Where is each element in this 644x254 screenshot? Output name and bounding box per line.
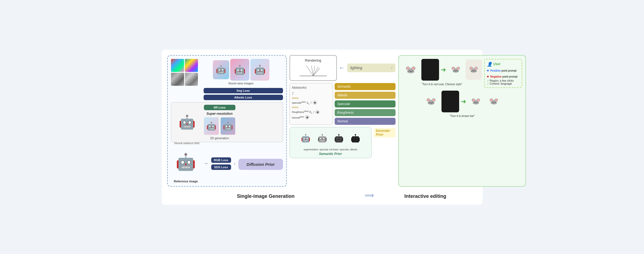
semantic-tag: Semantic <box>335 83 396 90</box>
middle-panel: Rendering ← lighting ⤴ <box>290 55 396 187</box>
rendering-diagram-svg <box>293 64 334 78</box>
ref-img-4 <box>185 73 198 86</box>
red-dot: ● <box>487 74 489 78</box>
reference-label: Reference image <box>174 180 198 183</box>
normal-base-row: Normalbase ⊕ <box>292 115 331 119</box>
plus-roughness: ⊕ <box>316 110 319 114</box>
prior-section: 🤖 🤖 🤖 🤖 segmentation specular init-base … <box>290 127 396 158</box>
plus-normal: ⊕ <box>305 115 309 119</box>
left-panel: 🤖 🤖 🤖 Novel-view images Seg Loss Albedo … <box>167 55 287 187</box>
prior-robot-4: 🤖 <box>348 129 363 147</box>
silhouette-1 <box>421 59 439 81</box>
editing-top: 🐭 ➜ 🐭 🐭 "Turn it to red coat, Chinese st… <box>402 59 522 88</box>
derender-col: Derender Prior <box>374 127 396 137</box>
single-image-title: Single-image Generation <box>167 193 365 199</box>
ref-img-1 <box>171 59 184 72</box>
sds-loss-button[interactable]: SDS Loss <box>211 164 231 170</box>
user-box: 👤 User ● Positive point prompt ● Negativ… <box>484 59 522 88</box>
novel-robot-2: 🤖 <box>230 59 249 81</box>
albedo-loss-button[interactable]: Albedo Loss <box>204 95 283 100</box>
spec-caption: specular <box>340 148 349 151</box>
edit-char-3: 🐭 <box>466 59 482 80</box>
edit-char-5: 🐭 <box>468 91 484 112</box>
novel-view-label: Novel-view images <box>228 82 253 85</box>
green-arrow-1: ➜ <box>441 66 446 74</box>
derender-prior-label: Derender Prior <box>374 128 396 137</box>
neural-robot: 🤖 <box>173 106 201 138</box>
green-arrow-2: ➜ <box>461 98 466 105</box>
plus-specular: ⊕ <box>313 101 317 104</box>
single-image-title-col: Single-image Generation <box>167 193 365 199</box>
point-prompt-label: point prompt <box>502 69 517 72</box>
networks-left: Networks ⤴ Query Specularbase Ss ⤴ ⊕ Que… <box>290 83 333 125</box>
gen-robot-2: 🤖 <box>220 117 235 135</box>
prior-robot-2: 🤖 <box>315 129 330 147</box>
seg-loss-button[interactable]: Seg Loss <box>204 88 283 93</box>
edit-char-1: 🐭 <box>402 59 420 81</box>
share-specular: ⤴ <box>310 101 312 104</box>
point-prompts: ● Positive point prompt <box>487 68 519 73</box>
bottom-edit-sequence-col: 🐭 ➜ 🐭 🐭 "Turn it to brown hat" <box>402 91 522 118</box>
novel-robot-1: 🤖 <box>213 60 229 79</box>
novel-robot-3: 🤖 <box>250 59 269 81</box>
lighting-col: lighting ⤴ <box>347 63 396 72</box>
bottom-sequence: 🐭 ➜ 🐭 🐭 <box>422 91 502 112</box>
interactive-title: Interactive editing <box>374 193 477 199</box>
rendering-row: Rendering ← lighting ⤴ <box>290 55 396 81</box>
check-2: ✓ <box>487 82 489 85</box>
specular-base-row: Specularbase Ss ⤴ ⊕ <box>292 101 331 105</box>
query-row-1: Query <box>292 97 331 99</box>
arrow-to-loss: → <box>204 161 209 166</box>
semantic-prior-label: Semantic Prior <box>319 152 342 156</box>
neural-radiance-label: Neural radiance field <box>173 142 201 145</box>
normal-tag: Normal <box>335 118 396 125</box>
user-icon: 👤 <box>487 62 492 67</box>
top-edit-caption: "Turn it to red coat, Chinese style" <box>421 83 462 86</box>
footer-row: Single-image Generation ⟹ Interactive ed… <box>167 192 477 199</box>
share-icon-networks: ⤴ <box>292 92 294 96</box>
generation-2d: 🤖 🤖 <box>204 117 235 135</box>
specular-tag: Specular <box>335 100 396 107</box>
semantic-prior-section: 🤖 🤖 🤖 🤖 segmentation specular init-base … <box>290 127 372 158</box>
share-row: ⤴ <box>292 92 331 96</box>
check-1: ✓ <box>487 79 489 82</box>
ref-img-2 <box>185 59 198 72</box>
bottom-edit-caption: "Turn it to brown hat" <box>449 115 475 118</box>
diffusion-prior-box: Diffusion Prior <box>238 159 283 170</box>
ref-img-3 <box>171 73 184 86</box>
gradient-arrow: ⟹ <box>365 192 374 199</box>
albedo-caption: albedo <box>350 148 357 151</box>
region-detail: ✓ Region: a few clicks <box>487 79 519 82</box>
user-label: 👤 User <box>487 62 519 67</box>
prior-captions: segmentation specular init-base specular… <box>304 148 357 151</box>
prior-robots: 🤖 🤖 🤖 🤖 <box>298 129 363 147</box>
rgb-loss-button[interactable]: RGB Loss <box>211 157 231 163</box>
edit-char-2: 🐭 <box>448 59 464 80</box>
reference-robot: 🤖 <box>171 144 201 180</box>
main-container: 🤖 🤖 🤖 Novel-view images Seg Loss Albedo … <box>162 50 483 205</box>
prior-robot-3: 🤖 <box>331 129 346 147</box>
lighting-box: lighting ⤴ <box>347 63 396 72</box>
networks-right: Semantic Albedo Specular Roughness Norma… <box>335 83 396 125</box>
roughness-base-row: Roughnessbase Rs ⤴ ⊕ <box>292 110 331 114</box>
loss-buttons: SR Loss Super-resolution 🤖 🤖 2D generati… <box>204 105 235 140</box>
silhouette-2 <box>441 91 459 112</box>
negative-point-prompt: point prompt <box>502 75 518 78</box>
arrow-to-rendering: ← <box>339 64 345 71</box>
novel-view-images: 🤖 🤖 🤖 <box>213 59 269 81</box>
spec-init-caption: specular init-base <box>319 148 339 151</box>
negative-prompt-row: ● Negative point prompt <box>487 74 519 79</box>
blue-dot: ● <box>487 68 489 72</box>
sr-loss-button[interactable]: SR Loss <box>204 105 235 110</box>
networks-label: Networks <box>292 85 331 90</box>
bottom-row: 🤖 Reference image → RGB Loss SDS Loss ↑ … <box>171 144 283 183</box>
generation-2d-label: 2D generation <box>204 136 235 140</box>
query-row-2: Query <box>292 106 331 109</box>
positive-label: Positive <box>490 69 501 72</box>
rendering-title: Rendering <box>305 58 321 62</box>
prior-robot-1: 🤖 <box>298 129 313 147</box>
gen-robot-1: 🤖 <box>204 117 219 135</box>
lighting-label: lighting <box>350 66 362 70</box>
reference-images-grid <box>171 59 198 86</box>
edit-char-4: 🐭 <box>422 91 440 112</box>
